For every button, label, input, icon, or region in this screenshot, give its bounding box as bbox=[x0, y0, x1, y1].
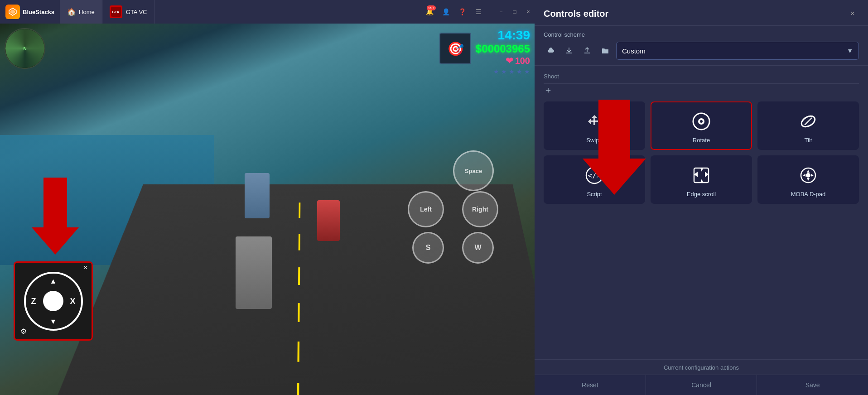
control-moba-dpad[interactable]: MOBA D-pad bbox=[757, 155, 859, 204]
rotate-arrow-up: ▲ bbox=[50, 277, 57, 285]
red-arrow-game bbox=[32, 178, 79, 255]
weapon-display: 🎯 bbox=[439, 33, 471, 64]
config-actions: Reset Cancel Save bbox=[535, 375, 868, 395]
panel-close-btn[interactable]: × bbox=[846, 7, 859, 20]
account-btn[interactable]: 👤 bbox=[439, 5, 453, 19]
rotate-control-close[interactable]: ✕ bbox=[83, 265, 88, 271]
scheme-folder-btn[interactable] bbox=[598, 43, 612, 58]
star2: ★ bbox=[501, 68, 507, 75]
scheme-export-btn[interactable] bbox=[580, 43, 594, 58]
svg-point-6 bbox=[700, 120, 703, 123]
svg-text:</>: </> bbox=[588, 171, 601, 180]
hud-time: 14:39 bbox=[476, 28, 530, 43]
script-label: Script bbox=[587, 191, 602, 198]
bluestacks-name: BlueStacks bbox=[23, 9, 54, 15]
star4: ★ bbox=[516, 68, 522, 75]
rotate-label-x: X bbox=[70, 296, 75, 306]
tilt-icon bbox=[796, 110, 820, 133]
rotate-label-z: Z bbox=[31, 296, 36, 306]
control-scheme-label: Control scheme bbox=[544, 31, 859, 38]
shoot-item: Shoot bbox=[544, 69, 859, 84]
menu-btn[interactable]: ☰ bbox=[471, 5, 486, 19]
gta-tab-label: GTA VC bbox=[126, 9, 147, 15]
swipe-label: Swipe bbox=[586, 137, 602, 144]
game-scene: N 🎯 14:39 $00003965 ❤ 100 ★ ★ ★ ★ ★ bbox=[0, 24, 535, 395]
rotate-icon bbox=[690, 110, 713, 133]
scheme-import-btn[interactable] bbox=[562, 43, 576, 58]
health-value: 100 bbox=[515, 56, 530, 66]
gta-tab[interactable]: GTA GTA VC bbox=[102, 0, 155, 24]
car-blue bbox=[245, 173, 270, 218]
notification-btn[interactable]: 🔔 99+ bbox=[422, 5, 437, 19]
scheme-dropdown[interactable]: Custom ▼ bbox=[616, 42, 859, 60]
hud-money: $00003965 bbox=[476, 43, 530, 55]
window-controls: − □ × bbox=[491, 5, 535, 18]
swipe-icon bbox=[583, 110, 606, 133]
control-tilt[interactable]: Tilt bbox=[757, 101, 859, 150]
edge-scroll-icon bbox=[690, 164, 713, 187]
space-button[interactable]: Space bbox=[453, 150, 494, 191]
home-tab[interactable]: 🏠 Home bbox=[60, 0, 102, 24]
hud-health: ❤ 100 bbox=[476, 55, 530, 66]
rotate-center-dot bbox=[43, 291, 63, 311]
tilt-label: Tilt bbox=[805, 137, 812, 144]
svg-marker-1 bbox=[10, 10, 15, 14]
reset-btn[interactable]: Reset bbox=[535, 375, 646, 395]
control-scheme-row: Custom ▼ bbox=[544, 42, 859, 60]
road-line bbox=[297, 202, 301, 395]
control-swipe[interactable]: Swipe bbox=[544, 101, 645, 150]
game-area: BlueStacks 🏠 Home GTA GTA VC 🔔 99+ 👤 ❓ ☰ bbox=[0, 0, 535, 395]
titlebar-right: 🔔 99+ 👤 ❓ ☰ bbox=[422, 5, 491, 19]
moba-dpad-icon bbox=[796, 164, 820, 187]
controls-add-section: ＋ bbox=[544, 84, 859, 96]
left-button[interactable]: Left bbox=[408, 191, 444, 227]
bluestacks-icon bbox=[5, 5, 20, 19]
scheme-value: Custom bbox=[622, 47, 646, 55]
s-button[interactable]: S bbox=[412, 232, 444, 264]
car-red bbox=[317, 200, 340, 241]
minimap: N bbox=[5, 28, 45, 69]
minimap-content: N bbox=[5, 29, 44, 68]
chevron-down-icon: ▼ bbox=[847, 47, 853, 54]
star1: ★ bbox=[493, 68, 499, 75]
controls-grid: Swipe Rotate bbox=[544, 96, 859, 209]
right-button[interactable]: Right bbox=[462, 191, 498, 227]
minimize-btn[interactable]: − bbox=[495, 5, 507, 18]
gta-icon: GTA bbox=[110, 5, 122, 18]
panel-title: Controls editor bbox=[544, 9, 608, 19]
w-button[interactable]: W bbox=[462, 232, 494, 264]
weapon-icon: 🎯 bbox=[447, 41, 464, 57]
save-btn[interactable]: Save bbox=[757, 375, 868, 395]
help-btn[interactable]: ❓ bbox=[455, 5, 469, 19]
controls-scroll[interactable]: Shoot ＋ Swipe bbox=[535, 66, 868, 359]
home-tab-label: Home bbox=[79, 9, 95, 15]
rotate-control-widget[interactable]: ✕ ▲ Z X ▼ ⚙ bbox=[14, 261, 93, 341]
edge-scroll-label: Edge scroll bbox=[687, 191, 716, 198]
control-rotate[interactable]: Rotate bbox=[651, 101, 752, 150]
star5: ★ bbox=[524, 68, 530, 75]
titlebar: BlueStacks 🏠 Home GTA GTA VC 🔔 99+ 👤 ❓ ☰ bbox=[0, 0, 535, 24]
control-scheme-section: Control scheme bbox=[535, 26, 868, 66]
add-control-btn[interactable]: ＋ bbox=[544, 85, 553, 95]
scheme-cloud-btn[interactable] bbox=[544, 43, 558, 58]
svg-point-13 bbox=[806, 173, 810, 178]
bluestacks-logo: BlueStacks bbox=[0, 0, 60, 24]
controls-panel: Controls editor × Control scheme bbox=[535, 0, 868, 395]
health-icon: ❤ bbox=[506, 55, 513, 66]
home-icon: 🏠 bbox=[67, 8, 76, 16]
svg-text:GTA: GTA bbox=[112, 10, 120, 14]
notification-badge: 99+ bbox=[427, 5, 436, 10]
maximize-btn[interactable]: □ bbox=[508, 5, 521, 18]
window-close-btn[interactable]: × bbox=[522, 5, 535, 18]
cancel-btn[interactable]: Cancel bbox=[646, 375, 757, 395]
control-edge-scroll[interactable]: Edge scroll bbox=[651, 155, 752, 204]
rotate-label: Rotate bbox=[693, 137, 710, 144]
rotate-settings-icon[interactable]: ⚙ bbox=[20, 327, 27, 336]
wanted-stars: ★ ★ ★ ★ ★ bbox=[476, 68, 530, 75]
current-config-label: Current configuration actions bbox=[535, 359, 868, 375]
van bbox=[236, 236, 272, 309]
script-icon: </> bbox=[583, 164, 606, 187]
star3: ★ bbox=[509, 68, 515, 75]
rotate-arrow-down: ▼ bbox=[50, 318, 57, 326]
control-script[interactable]: </> Script bbox=[544, 155, 645, 204]
